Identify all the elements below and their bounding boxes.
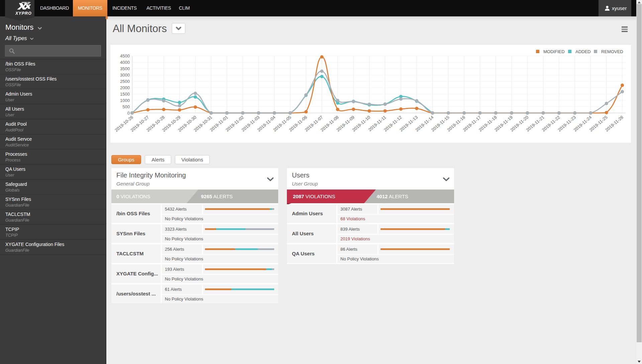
svg-text:1000: 1000 xyxy=(120,98,130,103)
svg-text:2000: 2000 xyxy=(120,85,130,90)
svg-text:XYPRO: XYPRO xyxy=(15,11,32,16)
svg-text:3500: 3500 xyxy=(120,66,130,71)
svg-text:4000: 4000 xyxy=(120,60,130,65)
svg-text:1500: 1500 xyxy=(120,92,130,97)
svg-text:4500: 4500 xyxy=(120,53,130,58)
svg-text:2500: 2500 xyxy=(120,79,130,84)
svg-text:REMOVED: REMOVED xyxy=(601,49,623,54)
svg-text:MODIFIED: MODIFIED xyxy=(543,49,565,54)
svg-text:ADDED: ADDED xyxy=(575,49,591,54)
svg-text:500: 500 xyxy=(122,104,130,109)
svg-text:3000: 3000 xyxy=(120,73,130,78)
svg-text:0: 0 xyxy=(127,111,130,116)
